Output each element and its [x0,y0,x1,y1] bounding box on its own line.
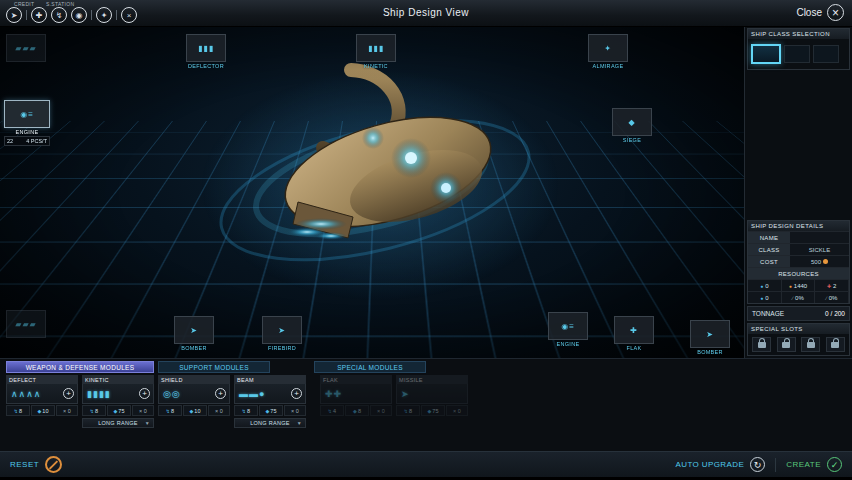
weight-stat: ◆75 [259,405,283,416]
create-check-icon[interactable]: ✓ [827,457,842,472]
engine-slot-stats: 22 4 PCS/T [4,136,50,146]
special-slot-locked[interactable] [826,337,845,352]
weight-icon: ◆ [266,408,270,414]
weight-stat: ◆75 [421,405,445,416]
special-slot-locked[interactable] [752,337,771,352]
module-card-shield[interactable]: SHIELD ◎◎ + ↯8 ◆10 × 0 [158,375,230,416]
create-button[interactable]: CREATE [786,460,821,469]
ship-design-details: SHIP DESIGN DETAILS NAME CLASS SICKLE CO… [747,220,850,304]
module-slot-bomber[interactable]: ➤ BOMBER [690,320,730,355]
module-card-title: MISSILE [399,377,423,383]
auto-upgrade-icon[interactable]: ↻ [750,457,765,472]
module-slot-firebird[interactable]: ➤ FIREBIRD [262,316,302,351]
tab-special-modules[interactable]: SPECIAL MODULES [314,361,426,373]
ship-model[interactable] [203,52,553,292]
energy-icon: ↯ [328,408,332,414]
weight-stat: ◆75 [107,405,131,416]
module-slot-kinetic[interactable]: ▮▮▮ KINETIC [356,34,396,69]
special-group: FLAK ✚✚ ↯4 ◆8 × 0 MISSILE ➤ [320,375,468,428]
detail-row-class: CLASS SICKLE [748,243,849,255]
ship-viewport[interactable]: ▰▰▰ ▮▮▮ DEFLECTOR ▮▮▮ KINETIC ✦ ALMIRAGE… [0,26,744,358]
add-module-button[interactable]: + [63,388,74,399]
module-count: × 0 [446,405,468,416]
special-slots-title: SPECIAL SLOTS [748,324,849,334]
module-slot-deflector[interactable]: ▮▮▮ DEFLECTOR [186,34,226,69]
ship-class-thumbnail[interactable] [784,45,810,63]
siege-slot-icon: ◆ [628,118,635,127]
weight-icon: ◆ [353,408,357,414]
name-value[interactable] [790,232,849,243]
module-card-kinetic[interactable]: KINETIC ▮▮▮▮ + ↯8 ◆75 × 0 [82,375,154,416]
module-card-missile: MISSILE ➤ ↯8 ◆75 × 0 [396,375,468,416]
industry-icon [823,259,828,264]
prohibition-icon[interactable] [45,456,62,473]
module-slot-flak[interactable]: ✚ FLAK [614,316,654,351]
detail-row-cost: COST 500 [748,255,849,267]
module-slot[interactable]: ▰▰▰ [6,34,46,69]
auto-upgrade-button[interactable]: AUTO UPGRADE [675,460,744,469]
ship-class-thumbnail-selected[interactable] [751,44,781,64]
special-slot-locked[interactable] [777,337,796,352]
module-slot[interactable]: ▰▰▰ [6,310,46,345]
module-slot-engine-selected[interactable]: ◉≡ ENGINE 22 4 PCS/T [4,100,50,146]
module-card-deflect[interactable]: DEFLECT ∧∧∧∧ + ↯8 ◆10 × 0 [6,375,78,416]
deflector-module-icon: ∧∧∧∧ [11,389,41,399]
bomber-slot-icon: ➤ [190,326,198,335]
close-icon[interactable]: × [827,4,844,21]
bomber-slot-icon: ➤ [706,330,714,339]
module-slot-engine[interactable]: ◉≡ ENGINE [548,312,588,347]
industry-icon: ● [789,283,792,289]
close-button[interactable]: Close × [796,4,844,21]
module-count: × 0 [132,405,154,416]
lock-icon [782,342,790,348]
module-card-flak: FLAK ✚✚ ↯4 ◆8 × 0 [320,375,392,416]
range-dropdown[interactable]: LONG RANGE ▼ [234,418,306,428]
add-module-button[interactable]: + [139,388,150,399]
module-card-title: DEFLECT [9,377,36,383]
weight-stat: ◆10 [31,405,55,416]
module-card-beam[interactable]: BEAM ▬▬● + ↯8 ◆75 × 0 [234,375,306,416]
special-slot-locked[interactable] [801,337,820,352]
resource-cell: ●0 [748,291,782,303]
resource-cell: ●1440 [782,279,816,291]
ship-class-thumbnail[interactable] [813,45,839,63]
module-count: × 0 [370,405,392,416]
flak-module-icon: ✚✚ [325,389,342,399]
percent-icon: ∕ [826,295,827,301]
lock-icon [758,342,766,348]
engine-slot-icon: ◉≡ [561,322,575,331]
cost-value: 500 [790,256,849,267]
add-module-button[interactable]: + [215,388,226,399]
weight-icon: ◆ [38,408,42,414]
add-module-button[interactable]: + [291,388,302,399]
weight-stat: ◆10 [183,405,207,416]
shield-module-icon: ◎◎ [163,389,181,399]
top-bar: CREDIT S.STATION ➤ ✚ ↯ ◉ ✦ × Ship Design… [0,0,852,27]
strategic-resource-icon: ✚ [827,283,831,289]
tonnage-row: TONNAGE 0 / 200 [747,306,850,321]
dust-icon: ● [760,283,763,289]
module-slot-almirage[interactable]: ✦ ALMIRAGE [588,34,628,69]
action-bar: RESET AUTO UPGRADE ↻ CREATE ✓ [0,451,852,477]
lock-icon [831,342,839,348]
resource-cell: ∕0% [782,291,816,303]
module-slot-bomber[interactable]: ➤ BOMBER [174,316,214,351]
right-panel: SHIP CLASS SELECTION SHIP DESIGN DETAILS… [744,26,852,358]
missile-module-icon: ➤ [401,389,410,399]
resources-header: RESOURCES [748,267,849,279]
energy-stat: ↯4 [320,405,344,416]
chevron-down-icon: ▼ [145,420,150,426]
weight-stat: ◆8 [345,405,369,416]
tab-support-modules[interactable]: SUPPORT MODULES [158,361,270,373]
deflector-slot-icon: ▮▮▮ [198,44,214,53]
range-dropdown[interactable]: LONG RANGE ▼ [82,418,154,428]
tab-weapon-defense-modules[interactable]: WEAPON & DEFENSE MODULES [6,361,154,373]
module-count: × 0 [284,405,306,416]
special-slots: SPECIAL SLOTS [747,323,850,356]
page-title: Ship Design View [0,7,852,18]
energy-stat: ↯8 [6,405,30,416]
module-slot-siege[interactable]: ◆ SIEGE [612,108,652,143]
engine-slot-icon: ◉≡ [20,110,34,119]
reset-button[interactable]: RESET [10,460,39,469]
resource-cell: ●0 [748,279,782,291]
